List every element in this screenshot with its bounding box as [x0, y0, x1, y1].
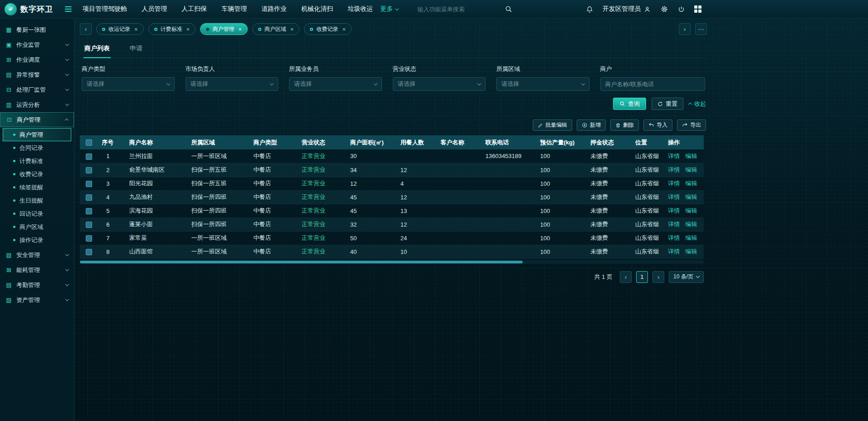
tab-close-icon[interactable]: × [238, 26, 242, 33]
query-button[interactable]: 查询 [613, 98, 646, 110]
row-action-link[interactable]: 编辑 [685, 166, 697, 173]
apps-grid-icon[interactable] [694, 5, 701, 13]
row-action-link[interactable]: 编辑 [685, 193, 697, 200]
toolbar-trash-button[interactable]: 删除 [610, 119, 639, 131]
row-action-link[interactable]: 详情 [668, 153, 680, 159]
table-cell: 正常营业 [298, 231, 347, 245]
tab-close-icon[interactable]: × [290, 26, 294, 33]
open-tab[interactable]: 商户区域× [252, 23, 300, 35]
top-nav-item[interactable]: 人员管理 [142, 5, 167, 13]
sidebar-item[interactable]: ▨资产管理 [0, 292, 74, 307]
row-checkbox[interactable] [86, 194, 92, 201]
sidebar-subitem[interactable]: 续签提醒 [3, 181, 71, 194]
content-tab[interactable]: 申请 [129, 40, 143, 58]
row-action-link[interactable]: 编辑 [685, 221, 697, 228]
top-nav-item[interactable]: 道路作业 [261, 5, 287, 13]
menu-toggle-icon[interactable] [65, 6, 72, 12]
row-action-link[interactable]: 详情 [668, 193, 680, 200]
row-action-link[interactable]: 详情 [668, 221, 680, 228]
filter-input[interactable] [600, 77, 705, 91]
top-nav-item[interactable]: 垃圾收运 [348, 5, 373, 13]
filter-select[interactable]: 请选择 [393, 77, 486, 91]
open-tab[interactable]: 商户管理× [200, 23, 248, 35]
top-nav-more[interactable]: 更多 [380, 5, 398, 13]
row-checkbox[interactable] [86, 222, 92, 228]
collapse-link[interactable]: 收起 [689, 100, 706, 108]
sidebar-item[interactable]: ⊡商户管理 [0, 112, 74, 127]
row-action-link[interactable]: 详情 [668, 248, 680, 255]
toolbar-export-button[interactable]: 导出 [677, 119, 706, 131]
next-page-button[interactable]: › [652, 271, 664, 283]
sidebar-subitem[interactable]: 生日提醒 [3, 194, 71, 207]
table-cell: 扫保一所四班 [188, 204, 250, 218]
sidebar-item[interactable]: ⊟处理厂监管 [0, 82, 74, 97]
tab-close-icon[interactable]: × [342, 26, 346, 33]
column-header: 商户类型 [250, 135, 298, 149]
row-checkbox[interactable] [86, 167, 92, 173]
row-action-link[interactable]: 详情 [668, 166, 680, 173]
row-action-link[interactable]: 编辑 [685, 248, 697, 255]
tab-close-icon[interactable]: × [134, 26, 138, 33]
row-action-link[interactable]: 编辑 [685, 153, 697, 159]
top-nav-item[interactable]: 项目管理驾驶舱 [83, 5, 127, 13]
row-action-link[interactable]: 编辑 [685, 180, 697, 187]
sidebar-subitem[interactable]: 收费记录 [3, 168, 71, 181]
row-checkbox[interactable] [86, 154, 92, 160]
prev-page-button[interactable]: ‹ [620, 271, 632, 283]
sidebar-item[interactable]: ▧安全管理 [0, 248, 74, 263]
toolbar-plus-circle-button[interactable]: 新增 [577, 119, 606, 131]
bell-icon[interactable] [586, 5, 593, 13]
power-icon[interactable] [677, 5, 685, 13]
row-action-link[interactable]: 详情 [668, 234, 680, 241]
current-page-button[interactable]: 1 [636, 271, 648, 283]
sidebar-item[interactable]: ▤异常报警 [0, 67, 74, 82]
sidebar-subitem[interactable]: 商户区域 [3, 220, 71, 233]
row-checkbox[interactable] [86, 235, 92, 242]
search-icon[interactable] [505, 5, 513, 13]
row-checkbox[interactable] [86, 181, 92, 187]
filter-select[interactable]: 请选择 [496, 77, 589, 91]
toolbar-pencil-button[interactable]: 批量编辑 [533, 119, 572, 131]
row-action-link[interactable]: 详情 [668, 207, 680, 214]
sidebar-item[interactable]: ▣作业监管 [0, 37, 74, 52]
content-tab[interactable]: 商户列表 [83, 40, 111, 58]
row-checkbox[interactable] [86, 208, 92, 214]
row-checkbox[interactable] [86, 249, 92, 255]
open-tab[interactable]: 收费记录× [304, 23, 352, 35]
page-size-select[interactable]: 10 条/页 [669, 271, 704, 283]
top-nav-item[interactable]: 车辆管理 [221, 5, 247, 13]
tabs-scroll-left-button[interactable]: ‹ [80, 23, 92, 35]
filter-select[interactable]: 请选择 [82, 77, 175, 91]
row-action-link[interactable]: 编辑 [685, 207, 697, 214]
sidebar-item[interactable]: ⊞作业调度 [0, 52, 74, 67]
toolbar-import-button[interactable]: 导入 [643, 119, 672, 131]
row-action-link[interactable]: 详情 [668, 180, 680, 187]
tabs-scroll-right-button[interactable]: › [679, 23, 691, 35]
tab-close-icon[interactable]: × [186, 26, 190, 33]
sidebar-subitem[interactable]: 操作记录 [3, 233, 71, 247]
sidebar-item[interactable]: ▥运营分析 [0, 97, 74, 112]
reset-button[interactable]: 重置 [652, 98, 683, 110]
sidebar-item[interactable]: ⊠能耗管理 [0, 263, 74, 277]
top-nav-item[interactable]: 机械化清扫 [301, 5, 333, 13]
user-menu[interactable]: 开发区管理员 [603, 5, 651, 13]
select-all-checkbox[interactable] [86, 139, 92, 146]
sidebar-subitem[interactable]: 商户管理 [3, 128, 71, 141]
horizontal-scrollbar[interactable] [80, 260, 704, 264]
filter-select[interactable]: 请选择 [289, 77, 382, 91]
sidebar-subitem[interactable]: 计费标准 [3, 154, 71, 168]
top-nav-item[interactable]: 人工扫保 [181, 5, 207, 13]
row-action-link[interactable]: 编辑 [685, 234, 697, 241]
tabs-more-button[interactable]: ⋯ [695, 23, 707, 35]
filter-select[interactable]: 请选择 [186, 77, 279, 91]
sidebar-item[interactable]: ▤考勤管理 [0, 277, 74, 292]
scrollbar-thumb[interactable] [80, 261, 523, 263]
menu-search-input[interactable] [417, 6, 499, 13]
gear-icon[interactable] [660, 5, 668, 13]
table-cell [482, 163, 537, 177]
sidebar-subitem[interactable]: 合同记录 [3, 141, 71, 154]
sidebar-item[interactable]: ▦餐厨一张图 [0, 22, 74, 37]
open-tab[interactable]: 计费标准× [148, 23, 196, 35]
open-tab[interactable]: 收运记录× [96, 23, 144, 35]
sidebar-subitem[interactable]: 回访记录 [3, 207, 71, 220]
